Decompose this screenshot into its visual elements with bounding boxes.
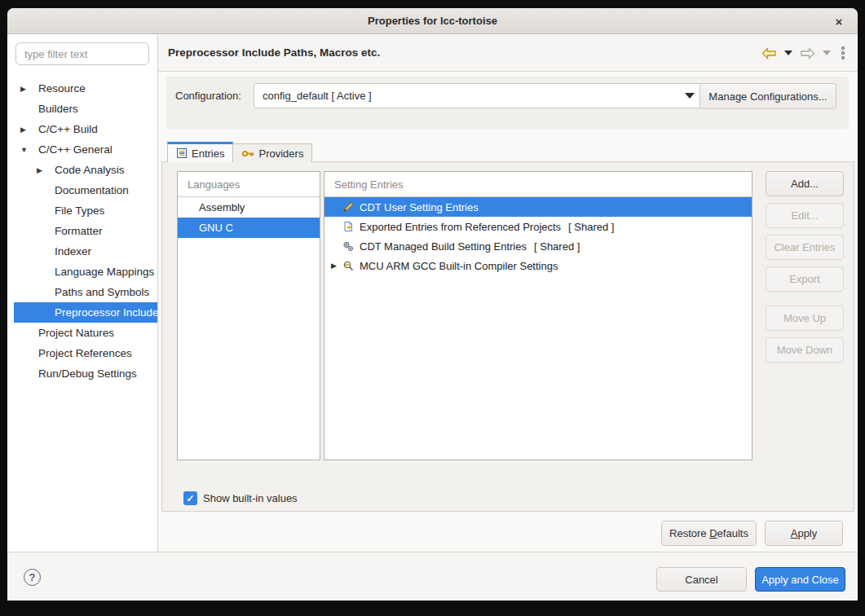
edit-button[interactable]: Edit... (766, 203, 844, 228)
language-label: GNU C (199, 222, 233, 234)
entry-row-mcu-arm-gcc[interactable]: ▶ MCU ARM GCC Built-in Compiler Settings (324, 256, 752, 275)
window-title: Properties for lcc-tortoise (368, 15, 497, 27)
entry-label: CDT User Setting Entries (360, 201, 479, 213)
entries-tab-icon (176, 147, 188, 159)
entry-label: CDT Managed Build Setting Entries (360, 240, 527, 253)
sidebar-item-file-types[interactable]: File Types (7, 200, 157, 221)
tab-bar: Entries Providers (167, 142, 312, 162)
sidebar-item-paths-and-symbols[interactable]: Paths and Symbols (7, 282, 157, 302)
panel-actions: Restore Defaults Apply (158, 521, 858, 546)
tab-label: Providers (258, 147, 303, 160)
entry-label: MCU ARM GCC Built-in Compiler Settings (360, 260, 558, 272)
sidebar-item-indexer[interactable]: Indexer (7, 241, 157, 262)
languages-header: Languages (178, 172, 320, 197)
add-button[interactable]: Add... (766, 171, 844, 196)
move-down-label: Move Down (777, 344, 833, 356)
entries-tab-content: Languages Assembly GNU C Setting Entries (161, 161, 854, 512)
export-label: Export (789, 273, 820, 285)
chevron-down-icon: ▼ (20, 146, 29, 154)
configuration-select[interactable]: config_default [ Active ] (254, 83, 704, 108)
edit-label: Edit... (791, 209, 818, 222)
settings-panel: Preprocessor Include Paths, Macros etc. … (158, 34, 858, 552)
chevron-right-icon: ▶ (20, 125, 29, 134)
preferences-tree: ▶ Resource Builders ▶ C/C++ Build ▼ C/C+… (7, 78, 157, 384)
sidebar-item-language-mappings[interactable]: Language Mappings (7, 262, 157, 282)
setting-entries-header: Setting Entries (324, 172, 752, 197)
tree-label: Language Mappings (55, 266, 154, 278)
entry-row-cdt-user[interactable]: CDT User Setting Entries (324, 197, 752, 217)
sidebar-item-formatter[interactable]: Formatter (7, 221, 157, 241)
tab-entries[interactable]: Entries (167, 142, 233, 162)
history-nav (761, 34, 845, 72)
tree-label: Run/Debug Settings (38, 367, 137, 380)
show-builtin-label: Show built-in values (203, 492, 298, 504)
tree-label: Resource (38, 82, 86, 95)
tree-label: File Types (55, 205, 104, 217)
title-bar[interactable]: Properties for lcc-tortoise × (7, 8, 858, 34)
help-icon[interactable]: ? (24, 569, 41, 586)
back-icon[interactable] (761, 47, 777, 59)
manage-configurations-button[interactable]: Manage Configurations... (700, 83, 836, 109)
sidebar-item-cpp-build[interactable]: ▶ C/C++ Build (7, 119, 157, 139)
forward-icon[interactable] (800, 47, 815, 59)
setting-entries-list: Setting Entries CDT User Setting Entries (324, 171, 752, 460)
overflow-menu-icon[interactable] (841, 46, 845, 59)
dialog-footer: ? Cancel Apply and Close (7, 552, 858, 601)
move-up-label: Move Up (783, 312, 826, 324)
tree-label: Paths and Symbols (55, 286, 149, 298)
tree-label: Preprocessor Include Paths, Macros etc. (55, 306, 157, 319)
entry-row-managed-build[interactable]: CDT Managed Build Setting Entries [ Shar… (324, 236, 752, 256)
entry-row-exported[interactable]: Exported Entries from Referenced Project… (324, 217, 752, 236)
chevron-right-icon[interactable]: ▶ (331, 262, 342, 270)
language-item-gnu-c[interactable]: GNU C (178, 218, 320, 238)
chevron-right-icon: ▶ (37, 166, 45, 174)
show-builtin-checkbox[interactable]: ✓ (183, 491, 197, 505)
sidebar-item-cpp-general[interactable]: ▼ C/C++ General (7, 139, 157, 160)
sidebar-item-code-analysis[interactable]: ▶ Code Analysis (7, 160, 157, 180)
cancel-label: Cancel (685, 574, 717, 586)
entry-suffix: [ Shared ] (534, 240, 580, 253)
filter-input[interactable] (15, 42, 149, 65)
entry-actions: Add... Edit... Clear Entries Export Move… (766, 171, 844, 369)
export-button[interactable]: Export (766, 266, 844, 292)
sidebar-item-project-references[interactable]: Project References (7, 343, 157, 363)
clear-entries-label: Clear Entries (774, 241, 835, 253)
restore-defaults-label: Restore Defaults (669, 527, 748, 539)
magnifier-key-icon (342, 259, 355, 272)
back-history-dropdown-icon[interactable] (784, 51, 792, 55)
sidebar-item-run-debug-settings[interactable]: Run/Debug Settings (7, 363, 157, 384)
properties-dialog: Properties for lcc-tortoise × ▶ Resource… (7, 8, 858, 601)
tree-label: Formatter (55, 225, 103, 237)
sidebar-item-documentation[interactable]: Documentation (7, 180, 157, 200)
apply-and-close-button[interactable]: Apply and Close (755, 567, 845, 592)
help-glyph: ? (29, 571, 36, 583)
sidebar-item-project-natures[interactable]: Project Natures (7, 323, 157, 343)
manage-configurations-label: Manage Configurations... (708, 90, 827, 103)
apply-button[interactable]: Apply (765, 521, 843, 546)
move-down-button[interactable]: Move Down (766, 337, 844, 363)
dialog-body: ▶ Resource Builders ▶ C/C++ Build ▼ C/C+… (7, 34, 858, 552)
tree-label: Documentation (55, 184, 129, 196)
language-item-assembly[interactable]: Assembly (178, 197, 320, 218)
restore-defaults-button[interactable]: Restore Defaults (661, 521, 757, 546)
language-label: Assembly (199, 201, 245, 213)
tree-label: Code Analysis (55, 164, 125, 176)
apply-and-close-label: Apply and Close (761, 574, 839, 586)
configuration-group: Configuration: config_default [ Active ]… (166, 77, 849, 129)
tree-label: Project References (38, 347, 132, 359)
page-title: Preprocessor Include Paths, Macros etc. (168, 46, 380, 59)
move-up-button[interactable]: Move Up (766, 306, 844, 331)
entry-label: Exported Entries from Referenced Project… (360, 221, 561, 233)
clear-entries-button[interactable]: Clear Entries (766, 235, 844, 260)
cancel-button[interactable]: Cancel (656, 567, 747, 592)
tree-label: Indexer (55, 245, 91, 257)
forward-history-dropdown-icon[interactable] (823, 51, 831, 55)
sidebar-item-builders[interactable]: Builders (7, 99, 157, 119)
tree-label: C/C++ General (38, 143, 113, 156)
tab-providers[interactable]: Providers (233, 143, 312, 162)
sidebar-item-preprocessor-include[interactable]: Preprocessor Include Paths, Macros etc. (14, 302, 157, 323)
page-header: Preprocessor Include Paths, Macros etc. (158, 34, 858, 72)
close-icon[interactable]: × (830, 12, 848, 30)
sidebar-item-resource[interactable]: ▶ Resource (7, 78, 157, 99)
languages-list: Languages Assembly GNU C (177, 171, 320, 460)
